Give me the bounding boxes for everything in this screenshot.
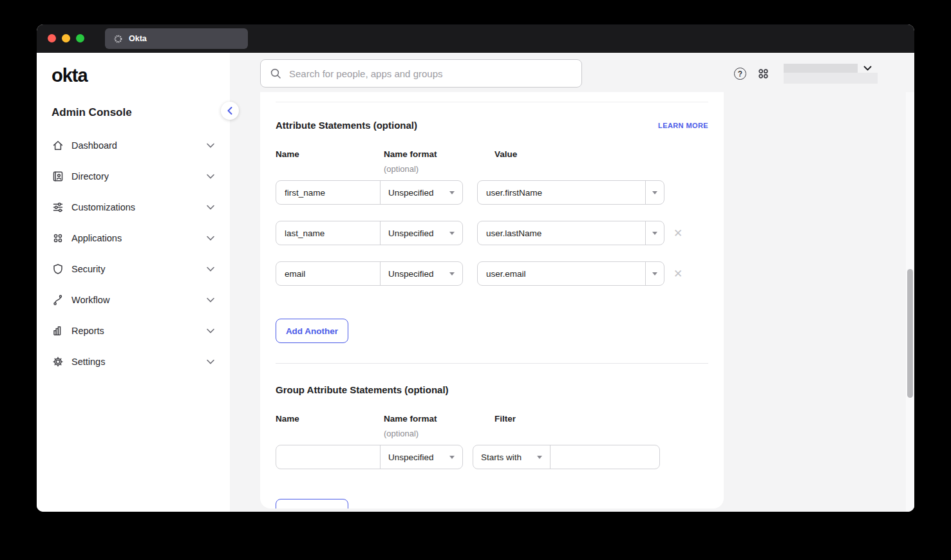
apps-grid-icon — [52, 232, 64, 245]
chevron-left-icon — [227, 107, 232, 115]
global-search[interactable] — [260, 59, 582, 88]
sidebar-item-applications[interactable]: Applications — [37, 223, 230, 254]
bar-chart-icon — [52, 324, 64, 337]
chevron-down-icon — [207, 266, 214, 272]
sidebar-item-dashboard[interactable]: Dashboard — [37, 130, 230, 161]
directory-card-icon — [52, 170, 64, 183]
value-field-combo — [477, 180, 664, 205]
topbar: ? — [230, 53, 914, 92]
name-format-value: Unspecified — [388, 269, 434, 279]
user-name-redacted — [784, 64, 858, 73]
browser-tab[interactable]: Okta — [105, 28, 248, 49]
chevron-down-icon — [207, 297, 214, 303]
name-format-value: Unspecified — [388, 188, 434, 198]
group-attribute-name-input[interactable] — [276, 445, 380, 469]
okta-logo: okta — [52, 66, 230, 85]
traffic-lights — [48, 34, 84, 42]
value-dropdown-toggle[interactable] — [645, 221, 664, 245]
name-format-select[interactable]: Unspecified — [380, 262, 462, 285]
name-format-value: Unspecified — [388, 229, 434, 238]
user-org-redacted — [784, 73, 878, 84]
group-attribute-statements-title: Group Attribute Statements (optional) — [276, 384, 708, 395]
tab-title: Okta — [129, 34, 147, 43]
group-attribute-rows: UnspecifiedStarts with — [276, 445, 708, 469]
sidebar-item-customizations[interactable]: Customizations — [37, 192, 230, 223]
name-and-format-field-group: Unspecified — [276, 445, 463, 469]
sidebar-item-directory[interactable]: Directory — [37, 161, 230, 192]
app-switcher-icon[interactable] — [757, 68, 769, 80]
name-format-select[interactable]: Unspecified — [380, 445, 462, 469]
section-divider — [276, 102, 708, 102]
sidebar-item-reports[interactable]: Reports — [37, 315, 230, 346]
dropdown-triangle-icon — [652, 272, 657, 275]
section-divider — [276, 363, 708, 364]
attribute-name-input[interactable] — [276, 221, 380, 245]
group-column-headers: Name Name format Filter — [276, 414, 708, 424]
chevron-down-icon — [207, 359, 214, 364]
value-field-combo — [477, 261, 664, 286]
name-and-format-field-group: Unspecified — [276, 261, 463, 286]
sidebar-collapse-button[interactable] — [221, 102, 239, 120]
sidebar-nav: Dashboard Directory — [37, 130, 230, 377]
dropdown-triangle-icon — [652, 191, 657, 194]
name-and-format-field-group: Unspecified — [276, 221, 463, 245]
minimize-window-button[interactable] — [62, 34, 70, 42]
column-header-name: Name — [276, 149, 384, 159]
sidebar-item-settings[interactable]: Settings — [37, 346, 230, 377]
attribute-name-input[interactable] — [276, 262, 380, 285]
attribute-name-input[interactable] — [276, 181, 380, 204]
chevron-down-icon — [207, 174, 214, 179]
gear-icon — [52, 355, 64, 368]
name-and-format-field-group: Unspecified — [276, 180, 463, 205]
chevron-down-icon — [207, 236, 214, 241]
search-input[interactable] — [288, 68, 572, 80]
chevron-down-icon — [207, 205, 214, 210]
name-format-optional-note: (optional) — [384, 429, 708, 438]
column-header-name: Name — [276, 414, 384, 424]
attribute-rows: UnspecifiedUnspecified✕Unspecified✕ — [276, 180, 708, 286]
column-header-value: Value — [494, 149, 708, 159]
group-attribute-statement-row: UnspecifiedStarts with — [276, 445, 708, 469]
sidebar-item-workflow[interactable]: Workflow — [37, 285, 230, 315]
column-header-name-format: Name format — [384, 149, 494, 159]
zoom-window-button[interactable] — [76, 34, 84, 42]
add-another-group-attribute-button[interactable]: Add Another — [276, 499, 348, 509]
content-area: Attribute Statements (optional) LEARN MO… — [230, 92, 914, 512]
dropdown-triangle-icon — [449, 191, 455, 194]
attribute-statement-row: Unspecified — [276, 180, 708, 205]
add-another-attribute-button[interactable]: Add Another — [276, 319, 348, 343]
okta-favicon-icon — [113, 34, 123, 44]
browser-titlebar: Okta — [37, 24, 914, 53]
name-format-select[interactable]: Unspecified — [380, 221, 462, 245]
attribute-statement-row: Unspecified✕ — [276, 221, 708, 245]
help-icon[interactable]: ? — [734, 68, 746, 80]
attribute-statement-row: Unspecified✕ — [276, 261, 708, 286]
scrollbar-thumb[interactable] — [907, 269, 913, 398]
close-window-button[interactable] — [48, 34, 56, 42]
workflow-icon — [52, 294, 64, 306]
dropdown-triangle-icon — [449, 456, 455, 459]
value-input[interactable] — [478, 262, 645, 285]
search-icon — [270, 68, 281, 79]
remove-row-icon[interactable]: ✕ — [673, 268, 683, 279]
column-header-filter: Filter — [494, 414, 708, 424]
settings-card: Attribute Statements (optional) LEARN MO… — [260, 92, 724, 509]
dropdown-triangle-icon — [449, 232, 455, 235]
user-menu-chevron-down-icon[interactable] — [863, 66, 872, 71]
value-dropdown-toggle[interactable] — [645, 181, 664, 204]
name-format-select[interactable]: Unspecified — [380, 181, 462, 204]
sidebar-item-security[interactable]: Security — [37, 254, 230, 285]
home-icon — [52, 139, 64, 152]
filter-value-input[interactable] — [551, 445, 660, 469]
browser-window: Okta okta Admin Console Dashboard — [37, 24, 914, 512]
remove-row-icon[interactable]: ✕ — [673, 228, 683, 239]
value-dropdown-toggle[interactable] — [645, 262, 664, 285]
value-input[interactable] — [478, 181, 645, 204]
chevron-down-icon — [207, 328, 214, 333]
learn-more-link[interactable]: LEARN MORE — [658, 122, 708, 129]
shield-icon — [52, 263, 64, 275]
name-format-optional-note: (optional) — [384, 164, 708, 174]
filter-type-select[interactable]: Starts with — [473, 445, 551, 469]
value-input[interactable] — [478, 221, 645, 245]
dropdown-triangle-icon — [652, 232, 657, 235]
